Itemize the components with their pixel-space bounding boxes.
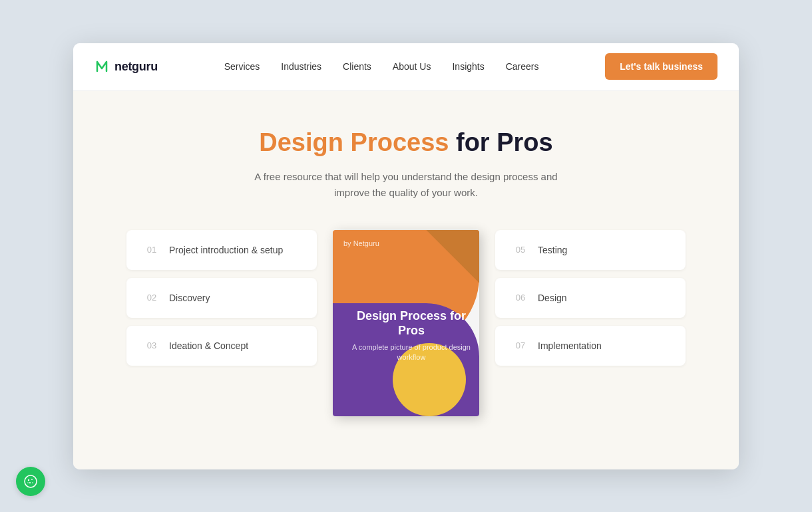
- card-06-num: 06: [514, 293, 527, 303]
- cookie-icon: [23, 474, 38, 489]
- book-text: Design Process for Pros A complete pictu…: [343, 309, 479, 363]
- logo-text: netguru: [114, 60, 158, 74]
- content-grid: 01 Project introduction & setup 02 Disco…: [100, 230, 712, 443]
- hero-subtitle: A free resource that will help you under…: [246, 169, 566, 201]
- svg-point-4: [32, 482, 33, 483]
- card-05-label: Testing: [538, 245, 567, 255]
- card-07-num: 07: [514, 340, 527, 350]
- nav-insights[interactable]: Insights: [452, 61, 484, 72]
- nav-services[interactable]: Services: [224, 61, 260, 72]
- svg-point-3: [29, 482, 31, 483]
- card-02-num: 02: [145, 293, 158, 303]
- cards-right: 05 Testing 06 Design 07 Implementation: [495, 230, 686, 416]
- card-06[interactable]: 06 Design: [495, 278, 686, 318]
- navbar-nav: Services Industries Clients About Us Ins…: [224, 61, 539, 72]
- card-07[interactable]: 07 Implementation: [495, 326, 686, 366]
- book-cover: by Netguru Design Process for Pros A com…: [333, 230, 479, 416]
- cookie-badge[interactable]: [16, 467, 45, 496]
- nav-industries[interactable]: Industries: [281, 61, 321, 72]
- card-01-label: Project introduction & setup: [169, 245, 283, 255]
- svg-point-5: [27, 482, 28, 483]
- card-06-label: Design: [538, 293, 567, 303]
- nav-clients[interactable]: Clients: [343, 61, 371, 72]
- card-05-num: 05: [514, 245, 527, 255]
- card-02-label: Discovery: [169, 293, 210, 303]
- logo-icon: [95, 59, 109, 74]
- hero-title-rest: for Pros: [449, 128, 552, 156]
- svg-point-1: [28, 479, 29, 481]
- card-05[interactable]: 05 Testing: [495, 230, 686, 270]
- card-02[interactable]: 02 Discovery: [126, 278, 317, 318]
- cards-left: 01 Project introduction & setup 02 Disco…: [126, 230, 317, 416]
- card-03-num: 03: [145, 340, 158, 350]
- svg-point-0: [25, 475, 37, 487]
- navbar: netguru Services Industries Clients Abou…: [73, 43, 739, 91]
- hero-section: Design Process for Pros A free resource …: [73, 91, 739, 469]
- card-07-label: Implementation: [538, 340, 602, 351]
- logo[interactable]: netguru: [95, 59, 158, 74]
- hero-title: Design Process for Pros: [100, 128, 712, 157]
- book-subtitle: A complete picture of product design wor…: [343, 342, 479, 363]
- book-bg: by Netguru Design Process for Pros A com…: [333, 230, 479, 416]
- nav-about-us[interactable]: About Us: [393, 61, 431, 72]
- book-by: by Netguru: [343, 239, 379, 247]
- cta-button[interactable]: Let's talk business: [605, 53, 717, 80]
- browser-window: netguru Services Industries Clients Abou…: [73, 43, 739, 469]
- card-01-num: 01: [145, 245, 158, 255]
- book-title: Design Process for Pros: [343, 309, 479, 338]
- nav-careers[interactable]: Careers: [506, 61, 539, 72]
- svg-point-2: [31, 479, 33, 480]
- card-03-label: Ideation & Concept: [169, 340, 248, 351]
- hero-title-highlight: Design Process: [259, 128, 449, 156]
- card-03[interactable]: 03 Ideation & Concept: [126, 326, 317, 366]
- card-01[interactable]: 01 Project introduction & setup: [126, 230, 317, 270]
